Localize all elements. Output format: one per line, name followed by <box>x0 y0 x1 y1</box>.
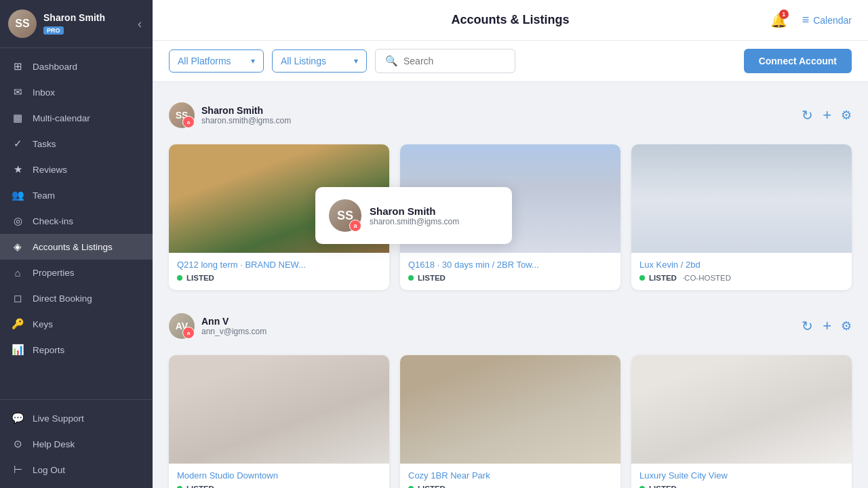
sidebar-item-reports[interactable]: 📊 Reports <box>0 337 153 363</box>
sidebar-user-profile[interactable]: SS Sharon Smith PRO ‹ <box>0 0 153 48</box>
section-actions-ann: ↻ + ⚙ <box>802 317 852 335</box>
airbnb-badge-popup: a <box>349 220 361 232</box>
listing-card-body: Q1618 · 30 days min / 2BR Tow... LISTED <box>400 253 620 290</box>
listing-status: LISTED <box>177 274 381 282</box>
search-input[interactable] <box>403 56 505 66</box>
collapse-button[interactable]: ‹ <box>135 14 144 34</box>
listing-card[interactable]: Luxury Suite City View LISTED <box>631 355 852 488</box>
sidebar-item-label: Live Support <box>33 413 84 424</box>
sidebar-item-label: Log Out <box>33 465 65 475</box>
account-details-ann: Ann V ann_v@igms.com <box>201 316 267 336</box>
sidebar-item-inbox[interactable]: ✉ Inbox <box>0 79 153 105</box>
airbnb-badge: a <box>182 116 195 128</box>
sidebar-item-dashboard[interactable]: ⊞ Dashboard <box>0 54 153 79</box>
account-name-sharon: Sharon Smith <box>201 105 291 116</box>
listing-title: Q1618 · 30 days min / 2BR Tow... <box>408 260 612 270</box>
sidebar: SS Sharon Smith PRO ‹ ⊞ Dashboard ✉ Inbo… <box>0 0 153 488</box>
listing-card[interactable]: Cozy 1BR Near Park LISTED <box>400 355 620 488</box>
status-label: LISTED <box>649 274 677 282</box>
status-label: LISTED <box>649 485 677 488</box>
sidebar-item-check-ins[interactable]: ◎ Check-ins <box>0 208 153 234</box>
listing-image <box>631 355 852 464</box>
avatar: SS <box>8 9 37 38</box>
sidebar-item-label: Reviews <box>33 165 67 175</box>
sidebar-item-multi-calendar[interactable]: ▦ Multi-calendar <box>0 105 153 131</box>
team-icon: 👥 <box>11 188 24 202</box>
listing-status: LISTED <box>408 485 612 488</box>
reviews-icon: ★ <box>11 163 24 176</box>
add-listing-button-ann[interactable]: + <box>823 317 831 335</box>
logout-icon: ⊢ <box>11 463 24 476</box>
sidebar-item-log-out[interactable]: ⊢ Log Out <box>0 457 153 483</box>
sidebar-item-label: Team <box>33 190 55 201</box>
keys-icon: 🔑 <box>11 317 24 331</box>
calendar-button[interactable]: ≡ Calendar <box>802 13 852 27</box>
sidebar-item-accounts-listings[interactable]: ◈ Accounts & Listings <box>0 234 153 260</box>
listing-card-body: Lux Kevin / 2bd LISTED · CO-HOSTED <box>631 253 852 290</box>
sidebar-bottom: 💬 Live Support ⊙ Help Desk ⊢ Log Out <box>0 399 153 488</box>
sidebar-item-team[interactable]: 👥 Team <box>0 182 153 208</box>
calendar-lines-icon: ≡ <box>802 13 810 27</box>
sidebar-item-keys[interactable]: 🔑 Keys <box>0 311 153 337</box>
sidebar-item-label: Direct Booking <box>33 293 92 304</box>
sidebar-item-label: Dashboard <box>33 62 77 72</box>
reports-icon: 📊 <box>11 343 24 357</box>
settings-button-ann[interactable]: ⚙ <box>841 319 852 333</box>
sidebar-nav: ⊞ Dashboard ✉ Inbox ▦ Multi-calendar ✓ T… <box>0 48 153 399</box>
settings-button-sharon[interactable]: ⚙ <box>841 108 852 123</box>
account-popup-sharon: SS a Sharon Smith sharon.smith@igms.com <box>315 187 512 244</box>
avatar-ann: AV a <box>169 313 195 339</box>
listing-card-body: Cozy 1BR Near Park LISTED <box>400 464 620 488</box>
pro-badge: PRO <box>43 26 64 35</box>
status-label: LISTED <box>186 274 214 282</box>
sidebar-item-label: Accounts & Listings <box>33 242 113 252</box>
account-header-ann: AV a Ann V ann_v@igms.com ↻ + ⚙ <box>169 306 852 346</box>
add-listing-button-sharon[interactable]: + <box>823 106 831 124</box>
booking-icon: ◻ <box>11 291 24 305</box>
listings-grid-ann: Modern Studio Downtown LISTED Cozy 1BR N… <box>169 355 852 488</box>
platforms-label: All Platforms <box>178 56 231 66</box>
sidebar-item-tasks[interactable]: ✓ Tasks <box>0 131 153 157</box>
listing-image <box>169 355 389 464</box>
calendar-label: Calendar <box>813 15 852 26</box>
status-sub: · CO-HOSTED <box>682 274 731 282</box>
status-label: LISTED <box>186 485 214 488</box>
sidebar-item-help-desk[interactable]: ⊙ Help Desk <box>0 431 153 457</box>
listing-title: Modern Studio Downtown <box>177 470 381 481</box>
checkins-icon: ◎ <box>11 214 24 228</box>
listing-image <box>631 144 852 253</box>
listing-title: Luxury Suite City View <box>639 470 844 481</box>
popup-avatar: SS a <box>329 199 361 232</box>
status-dot <box>639 275 645 281</box>
listing-title: Q212 long term · BRAND NEW... <box>177 260 381 270</box>
accounts-icon: ◈ <box>11 240 24 253</box>
refresh-button-sharon[interactable]: ↻ <box>802 107 813 123</box>
account-email-ann: ann_v@igms.com <box>201 327 267 336</box>
listings-label: All Listings <box>281 56 326 66</box>
help-icon: ⊙ <box>11 437 24 451</box>
sidebar-item-properties[interactable]: ⌂ Properties <box>0 260 153 285</box>
page-title: Accounts & Listings <box>452 13 570 27</box>
listing-card[interactable]: Modern Studio Downtown LISTED <box>169 355 389 488</box>
content-area: SS a Sharon Smith sharon.smith@igms.com … <box>153 82 868 488</box>
listings-dropdown[interactable]: All Listings ▾ <box>272 49 367 73</box>
notification-button[interactable]: 🔔 1 <box>767 8 791 33</box>
listing-card-body: Modern Studio Downtown LISTED <box>169 464 389 488</box>
search-icon: 🔍 <box>385 55 398 67</box>
status-label: LISTED <box>418 485 446 488</box>
section-actions-sharon: ↻ + ⚙ <box>802 106 852 124</box>
notification-badge: 1 <box>779 9 789 19</box>
status-dot <box>408 275 414 281</box>
airbnb-badge: a <box>182 327 195 339</box>
sidebar-item-reviews[interactable]: ★ Reviews <box>0 157 153 182</box>
listing-card[interactable]: Lux Kevin / 2bd LISTED · CO-HOSTED <box>631 144 852 290</box>
account-info-sharon: SS a Sharon Smith sharon.smith@igms.com <box>169 96 291 135</box>
refresh-button-ann[interactable]: ↻ <box>802 318 813 334</box>
popup-email: sharon.smith@igms.com <box>370 217 459 226</box>
sidebar-item-live-support[interactable]: 💬 Live Support <box>0 405 153 431</box>
platforms-dropdown[interactable]: All Platforms ▾ <box>169 49 264 73</box>
properties-icon: ⌂ <box>11 266 24 279</box>
connect-account-button[interactable]: Connect Account <box>744 49 852 73</box>
sidebar-item-direct-booking[interactable]: ◻ Direct Booking <box>0 285 153 311</box>
popup-user-info: SS a Sharon Smith sharon.smith@igms.com <box>329 199 498 232</box>
